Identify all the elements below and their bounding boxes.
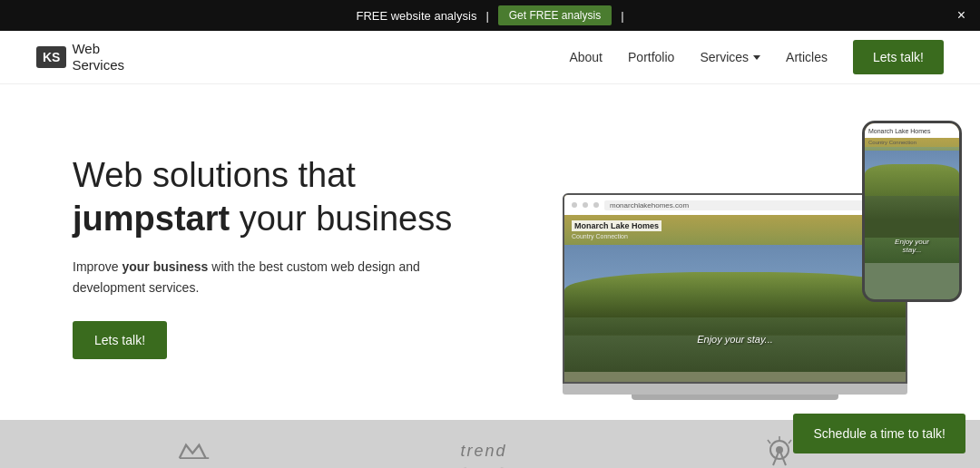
logo-letters: KS bbox=[36, 46, 66, 68]
laptop-screen: monarchlakehomes.com Monarch Lake Homes … bbox=[563, 193, 907, 384]
phone-screen: Monarch Lake Homes Country Connection En… bbox=[865, 123, 959, 299]
phone-bar: Monarch Lake Homes bbox=[865, 123, 959, 138]
phone-scene bbox=[865, 147, 959, 238]
laptop-overlay: Enjoy your stay... bbox=[697, 334, 773, 345]
laptop-base bbox=[563, 384, 907, 395]
main-nav: KS Web Services About Portfolio Services… bbox=[0, 31, 980, 84]
nav-portfolio[interactable]: Portfolio bbox=[628, 50, 674, 64]
nav-cta-button[interactable]: Lets talk! bbox=[853, 40, 944, 74]
hero-cta-button[interactable]: Lets talk! bbox=[73, 321, 167, 359]
client-trend: trend bbox=[456, 442, 511, 469]
trend-wave-icon bbox=[456, 464, 511, 469]
trend-label: trend bbox=[460, 442, 506, 461]
logo-text: Web Services bbox=[72, 41, 124, 73]
phone-site-title: Monarch Lake Homes bbox=[868, 128, 930, 134]
laptop-site-sub: Country Connection bbox=[572, 233, 898, 239]
laptop-scene: Enjoy your stay... bbox=[564, 245, 906, 372]
banner-close-button[interactable]: × bbox=[957, 8, 965, 23]
phone-mockup: Monarch Lake Homes Country Connection En… bbox=[862, 121, 962, 302]
laptop-mockup: monarchlakehomes.com Monarch Lake Homes … bbox=[563, 193, 907, 411]
svg-line-8 bbox=[789, 440, 791, 444]
banner-sep: | bbox=[485, 9, 488, 23]
client-mps: MPS bbox=[178, 438, 211, 469]
svg-line-7 bbox=[768, 440, 770, 444]
laptop-url: monarchlakehomes.com bbox=[604, 200, 898, 210]
services-chevron-icon bbox=[753, 55, 760, 60]
hero-text-block: Web solutions that jumpstart your busine… bbox=[73, 154, 490, 359]
nav-articles[interactable]: Articles bbox=[786, 50, 828, 64]
banner-text: FREE website analysis bbox=[356, 9, 476, 23]
hero-heading-post: your business bbox=[230, 200, 452, 238]
hero-heading-pre: Web solutions that bbox=[73, 156, 356, 194]
banner-sep2: | bbox=[621, 9, 623, 23]
schedule-button[interactable]: Schedule a time to talk! bbox=[793, 414, 965, 453]
phone-overlay: Enjoy your stay... bbox=[895, 238, 929, 254]
top-banner: FREE website analysis | Get FREE analysi… bbox=[0, 0, 980, 31]
svg-point-5 bbox=[776, 446, 783, 453]
nav-links: About Portfolio Services Articles Lets t… bbox=[569, 40, 944, 74]
nav-services[interactable]: Services bbox=[700, 50, 760, 64]
phone-site-sub: Country Connection bbox=[865, 138, 959, 147]
laptop-content: Monarch Lake Homes Country Connection bbox=[564, 215, 906, 245]
hero-subtext: Improve your business with the best cust… bbox=[73, 257, 490, 297]
hero-section: Web solutions that jumpstart your busine… bbox=[0, 84, 980, 420]
hero-devices: monarchlakehomes.com Monarch Lake Homes … bbox=[544, 102, 962, 411]
nav-about[interactable]: About bbox=[569, 50, 603, 64]
get-analysis-button[interactable]: Get FREE analysis bbox=[498, 5, 612, 25]
laptop-foot bbox=[632, 395, 838, 400]
hero-heading-bold: jumpstart bbox=[73, 200, 230, 238]
logo[interactable]: KS Web Services bbox=[36, 41, 124, 73]
laptop-site-title: Monarch Lake Homes bbox=[572, 220, 662, 231]
mps-logo-icon bbox=[178, 438, 211, 463]
hero-heading: Web solutions that jumpstart your busine… bbox=[73, 154, 490, 240]
phone-bottom bbox=[865, 263, 959, 299]
